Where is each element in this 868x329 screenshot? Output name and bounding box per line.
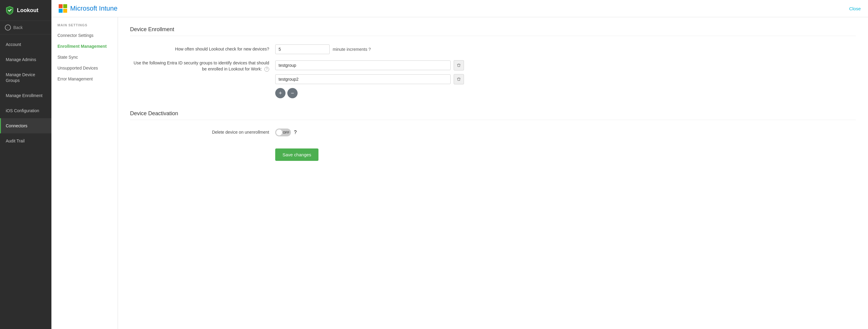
close-button[interactable]: Close	[849, 6, 861, 11]
sidebar-logo-text: Lookout	[17, 7, 38, 13]
check-frequency-input[interactable]	[275, 44, 330, 54]
minute-increments-label: minute increments ?	[333, 47, 371, 52]
check-frequency-row: How often should Lookout check for new d…	[130, 44, 856, 54]
toggle-state-label: OFF	[283, 131, 289, 134]
sidebar-item-manage-enrollment[interactable]: Manage Enrollment	[0, 88, 52, 103]
sidebar-nav: Account Manage Admins Manage Device Grou…	[0, 34, 52, 329]
svg-rect-2	[59, 9, 63, 13]
device-enrollment-title: Device Enrollment	[130, 26, 856, 36]
trash-icon	[457, 63, 461, 67]
sidebar-item-account[interactable]: Account	[0, 37, 52, 52]
back-button[interactable]: ← Back	[0, 21, 52, 34]
device-deactivation-title: Device Deactivation	[130, 110, 856, 120]
groups-inputs: + −	[275, 60, 464, 104]
groups-label: Use the following Entra ID security grou…	[130, 60, 275, 72]
content-area: MAIN SETTINGS Connector Settings Enrollm…	[52, 17, 868, 329]
group-input-1[interactable]	[275, 61, 451, 70]
sub-nav-item-error-management[interactable]: Error Management	[52, 73, 118, 85]
microsoft-logo-icon	[59, 4, 67, 13]
sub-nav: MAIN SETTINGS Connector Settings Enrollm…	[52, 17, 118, 329]
main-content: Microsoft Intune Close MAIN SETTINGS Con…	[52, 0, 868, 329]
sub-nav-item-enrollment-management[interactable]: Enrollment Management	[52, 41, 118, 52]
sidebar-item-ios-configuration[interactable]: iOS Configuration	[0, 103, 52, 118]
toggle-slider: OFF	[275, 129, 291, 136]
group-input-row-1	[275, 60, 464, 70]
save-changes-button[interactable]: Save changes	[275, 149, 318, 161]
sidebar-item-manage-device-groups[interactable]: Manage Device Groups	[0, 67, 52, 88]
svg-rect-3	[63, 9, 67, 13]
delete-on-unenroll-toggle[interactable]: OFF	[275, 129, 291, 136]
add-group-button[interactable]: +	[275, 88, 285, 98]
sidebar-item-manage-admins[interactable]: Manage Admins	[0, 52, 52, 67]
header: Microsoft Intune Close	[52, 0, 868, 17]
check-frequency-label: How often should Lookout check for new d…	[130, 46, 275, 52]
sidebar: Lookout ← Back Account Manage Admins Man…	[0, 0, 52, 329]
save-button-wrapper: Save changes	[130, 142, 856, 161]
sidebar-item-audit-trail[interactable]: Audit Trail	[0, 133, 52, 149]
remove-group-button[interactable]: −	[287, 88, 298, 98]
sidebar-logo: Lookout	[0, 0, 52, 21]
delete-group-2-button[interactable]	[454, 74, 464, 85]
back-arrow-icon: ←	[5, 25, 11, 31]
page-content: Device Enrollment How often should Looko…	[118, 17, 868, 329]
sub-nav-item-unsupported-devices[interactable]: Unsupported Devices	[52, 63, 118, 73]
lookout-shield-icon	[5, 5, 14, 15]
svg-rect-1	[63, 4, 67, 8]
header-title: Microsoft Intune	[70, 4, 118, 12]
group-input-2[interactable]	[275, 74, 451, 84]
svg-rect-0	[59, 4, 63, 8]
sub-nav-item-connector-settings[interactable]: Connector Settings	[52, 30, 118, 41]
toggle-wrapper: OFF ?	[275, 129, 297, 136]
sub-nav-section-label: MAIN SETTINGS	[52, 23, 118, 30]
sub-nav-item-state-sync[interactable]: State Sync	[52, 52, 118, 63]
sidebar-item-connectors[interactable]: Connectors	[0, 118, 52, 133]
group-input-row-2	[275, 74, 464, 85]
delete-on-unenroll-row: Delete device on unenrollment OFF ?	[130, 129, 856, 136]
delete-group-1-button[interactable]	[454, 60, 464, 70]
trash-icon-2	[457, 77, 461, 81]
toggle-help-icon[interactable]: ?	[294, 130, 297, 135]
groups-row: Use the following Entra ID security grou…	[130, 60, 856, 104]
back-label: Back	[13, 25, 23, 30]
minute-increments-help-icon[interactable]: ?	[368, 47, 371, 52]
header-brand: Microsoft Intune	[59, 4, 118, 13]
delete-on-unenroll-label: Delete device on unenrollment	[130, 129, 275, 135]
groups-help-icon[interactable]: ?	[264, 67, 269, 72]
add-remove-row: + −	[275, 88, 464, 98]
